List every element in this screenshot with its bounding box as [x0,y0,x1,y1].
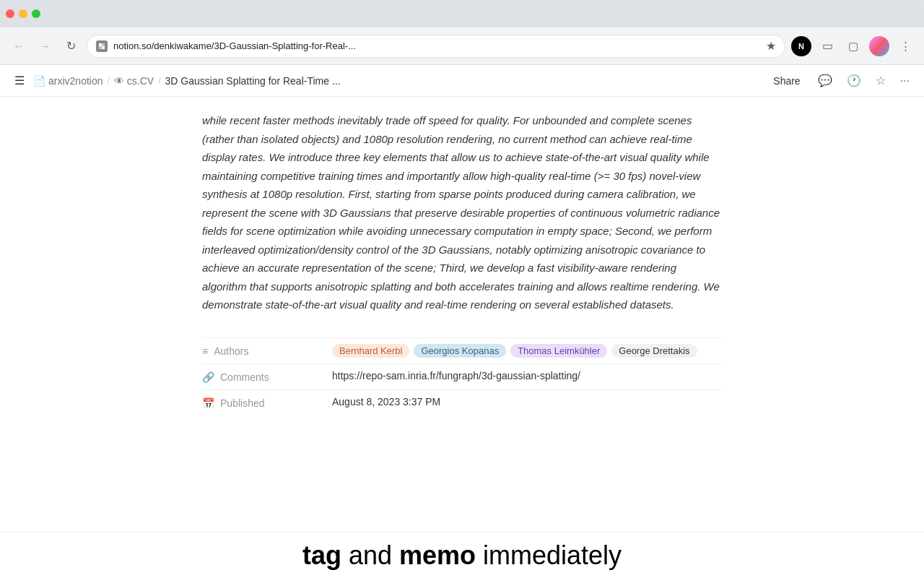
browser-window: ← → ↻ notion.so/denkiwakame/3D-Gaussian-… [0,0,924,578]
breadcrumb-separator-2: / [158,76,160,86]
avatar[interactable] [869,36,889,56]
breadcrumb: 📄 arxiv2notion / 👁 cs.CV / 3D Gaussian S… [33,75,341,87]
topbar-right: Share 💬 🕐 ☆ ··· [767,71,912,90]
favorite-button[interactable]: ☆ [873,71,889,90]
author-tag-1[interactable]: Georgios Kopanas [414,344,506,358]
history-button[interactable]: 🕐 [844,71,864,90]
sidebar-icon: ▢ [848,40,858,53]
address-bar[interactable]: notion.so/denkiwakame/3D-Gaussian-Splatt… [87,35,785,58]
published-value: August 8, 2023 3:37 PM [332,396,722,407]
authors-row: ≡ Authors Bernhard Kerbl Georgios Kopana… [202,337,722,363]
more-icon: ⋮ [900,40,911,53]
and-word: and [349,540,399,570]
published-icon: 📅 [202,397,214,409]
svg-rect-3 [102,46,105,49]
author-tag-2[interactable]: Thomas Leimkühler [510,344,607,358]
authors-value: Bernhard Kerbl Georgios Kopanas Thomas L… [332,344,722,358]
nav-bar: ← → ↻ notion.so/denkiwakame/3D-Gaussian-… [0,27,924,65]
breadcrumb-current[interactable]: 3D Gaussian Splatting for Real-Time ... [165,75,341,87]
bottom-text: tag and memo immediately [302,540,622,571]
immediately-word: immediately [483,540,622,570]
comments-link[interactable]: https://repo-sam.inria.fr/fungraph/3d-ga… [332,370,580,381]
reload-icon: ↻ [66,39,76,53]
notion-topbar: ☰ 📄 arxiv2notion / 👁 cs.CV / 3D Gaussian… [0,65,924,97]
main-content[interactable]: while recent faster methods inevitably t… [0,97,924,532]
sidebar-toggle-button[interactable]: ▢ [843,36,863,56]
svg-rect-2 [99,46,102,49]
comments-row: 🔗 Comments https://repo-sam.inria.fr/fun… [202,363,722,389]
maximize-button[interactable] [32,9,40,18]
svg-rect-0 [99,43,102,46]
tag-word: tag [302,540,341,570]
abstract-text: while recent faster methods inevitably t… [202,111,722,314]
comments-value: https://repo-sam.inria.fr/fungraph/3d-ga… [332,370,722,381]
published-label: 📅 Published [202,396,332,409]
back-button[interactable]: ← [9,36,29,56]
author-tag-3[interactable]: George Drettakis [611,344,697,358]
page-more-button[interactable]: ··· [897,72,912,90]
notion-extension-icon[interactable]: N [791,36,811,56]
breadcrumb-separator-1: / [108,76,110,86]
share-button[interactable]: Share [767,72,806,90]
comments-label: 🔗 Comments [202,370,332,383]
menu-button[interactable]: ⋮ [895,36,915,56]
minimize-button[interactable] [19,9,27,18]
breadcrumb-item-cscv[interactable]: 👁 cs.CV [114,75,154,87]
nav-right: N ▭ ▢ ⋮ [791,36,915,56]
eye-icon: 👁 [114,75,124,87]
title-bar [0,0,924,27]
memo-word: memo [399,540,476,570]
doc-icon: 📄 [33,75,45,87]
forward-button[interactable]: → [35,36,55,56]
comment-icon: 💬 [818,74,832,87]
published-date: August 8, 2023 3:37 PM [332,396,440,407]
comment-button[interactable]: 💬 [815,71,835,90]
article-body: while recent faster methods inevitably t… [202,97,722,444]
address-text: notion.so/denkiwakame/3D-Gaussian-Splatt… [113,40,760,51]
star-icon: ★ [766,40,776,52]
properties-section: ≡ Authors Bernhard Kerbl Georgios Kopana… [202,337,722,415]
extensions-button[interactable]: ▭ [817,36,837,56]
hamburger-button[interactable]: ☰ [12,71,27,90]
puzzle-icon: ▭ [822,39,833,53]
history-icon: 🕐 [847,74,861,87]
ellipsis-icon: ··· [900,74,910,87]
authors-icon: ≡ [202,345,208,357]
site-icon [96,40,108,52]
authors-label: ≡ Authors [202,344,332,357]
star-favorite-icon: ☆ [876,74,886,87]
close-button[interactable] [6,9,14,18]
bottom-overlay: tag and memo immediately [0,532,924,578]
comments-icon: 🔗 [202,371,214,383]
forward-icon: → [39,40,51,53]
svg-rect-1 [102,43,105,46]
reload-button[interactable]: ↻ [61,36,81,56]
traffic-lights [6,9,40,18]
bookmark-button[interactable]: ★ [766,39,776,53]
hamburger-icon: ☰ [14,74,25,87]
author-tag-0[interactable]: Bernhard Kerbl [332,344,409,358]
published-row: 📅 Published August 8, 2023 3:37 PM [202,389,722,415]
back-icon: ← [13,40,25,53]
breadcrumb-item-arxiv2notion[interactable]: 📄 arxiv2notion [33,75,103,87]
